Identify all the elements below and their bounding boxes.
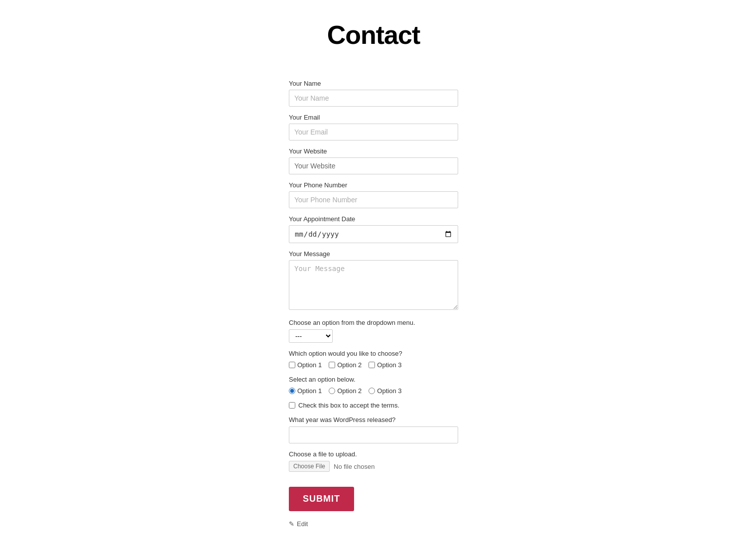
name-field-group: Your Name <box>289 80 458 107</box>
website-label: Your Website <box>289 147 458 155</box>
file-upload-label: Choose a file to upload. <box>289 450 458 458</box>
website-field-group: Your Website <box>289 147 458 174</box>
radio-item-1[interactable]: Option 1 <box>289 387 322 395</box>
wordpress-question-label: What year was WordPress released? <box>289 416 458 423</box>
checkbox-input-1[interactable] <box>289 362 295 368</box>
checkbox-input-3[interactable] <box>369 362 375 368</box>
email-input[interactable] <box>289 124 458 140</box>
checkbox-option-3-label: Option 3 <box>377 361 401 369</box>
checkbox-field-group: Which option would you like to choose? O… <box>289 350 458 369</box>
radio-option-2-label: Option 2 <box>337 387 362 395</box>
radio-field-group: Select an option below. Option 1 Option … <box>289 376 458 395</box>
email-field-group: Your Email <box>289 114 458 140</box>
terms-row: Check this box to accept the terms. <box>289 402 458 409</box>
page-title: Contact <box>0 0 747 80</box>
phone-field-group: Your Phone Number <box>289 181 458 208</box>
message-input[interactable] <box>289 260 458 310</box>
checkbox-input-2[interactable] <box>329 362 335 368</box>
terms-label: Check this box to accept the terms. <box>298 402 399 409</box>
radio-option-1-label: Option 1 <box>297 387 322 395</box>
dropdown-label: Choose an option from the dropdown menu. <box>289 319 458 326</box>
edit-link[interactable]: ✎ Edit <box>289 520 458 528</box>
edit-icon: ✎ <box>289 520 294 528</box>
dropdown-field-group: Choose an option from the dropdown menu.… <box>289 319 458 343</box>
radio-label: Select an option below. <box>289 376 458 383</box>
checkbox-option-2-label: Option 2 <box>337 361 362 369</box>
email-label: Your Email <box>289 114 458 121</box>
dropdown-select[interactable]: --- Option 1 Option 2 Option 3 <box>289 329 333 343</box>
radio-options-container: Option 1 Option 2 Option 3 <box>289 387 458 395</box>
name-input[interactable] <box>289 90 458 107</box>
appointment-label: Your Appointment Date <box>289 215 458 223</box>
file-upload-row: Choose File No file chosen <box>289 461 458 472</box>
file-upload-status: No file chosen <box>334 463 374 470</box>
checkbox-option-1-label: Option 1 <box>297 361 322 369</box>
name-label: Your Name <box>289 80 458 87</box>
wordpress-input[interactable] <box>289 426 458 443</box>
wordpress-field-group: What year was WordPress released? <box>289 416 458 443</box>
appointment-input[interactable] <box>289 225 458 243</box>
message-label: Your Message <box>289 250 458 258</box>
message-field-group: Your Message <box>289 250 458 312</box>
radio-item-2[interactable]: Option 2 <box>329 387 362 395</box>
edit-label: Edit <box>297 520 308 528</box>
choose-file-button[interactable]: Choose File <box>289 461 330 472</box>
checkbox-item-2[interactable]: Option 2 <box>329 361 362 369</box>
radio-input-2[interactable] <box>329 388 335 394</box>
phone-label: Your Phone Number <box>289 181 458 189</box>
checkbox-item-1[interactable]: Option 1 <box>289 361 322 369</box>
checkbox-item-3[interactable]: Option 3 <box>369 361 401 369</box>
radio-input-1[interactable] <box>289 388 295 394</box>
file-upload-field-group: Choose a file to upload. Choose File No … <box>289 450 458 472</box>
terms-checkbox[interactable] <box>289 402 295 409</box>
appointment-field-group: Your Appointment Date <box>289 215 458 243</box>
radio-option-3-label: Option 3 <box>377 387 401 395</box>
radio-input-3[interactable] <box>369 388 375 394</box>
checkbox-label: Which option would you like to choose? <box>289 350 458 357</box>
contact-form: Your Name Your Email Your Website Your P… <box>289 80 458 528</box>
submit-button[interactable]: SUBMIT <box>289 487 354 511</box>
radio-item-3[interactable]: Option 3 <box>369 387 401 395</box>
phone-input[interactable] <box>289 191 458 208</box>
checkbox-options-container: Option 1 Option 2 Option 3 <box>289 361 458 369</box>
website-input[interactable] <box>289 157 458 174</box>
